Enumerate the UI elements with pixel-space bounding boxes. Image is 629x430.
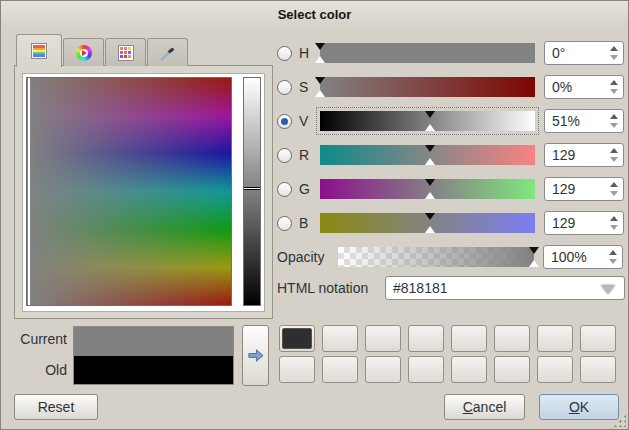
dropdown-arrow-icon[interactable]	[601, 285, 615, 294]
cancel-button[interactable]: Cancel	[444, 394, 525, 420]
slider-marker-bottom[interactable]	[425, 124, 435, 131]
tab-spectrum[interactable]	[16, 34, 62, 67]
slider-marker-bottom[interactable]	[529, 260, 539, 267]
hue-radio[interactable]	[277, 46, 292, 61]
ok-button[interactable]: OK	[539, 394, 619, 420]
palette-slot[interactable]	[451, 356, 487, 383]
palette-slot[interactable]	[322, 356, 358, 383]
spin-arrows[interactable]	[609, 144, 619, 166]
spin-down-icon[interactable]	[610, 191, 618, 196]
square-selection-marker[interactable]	[28, 78, 30, 305]
spin-up-icon[interactable]	[610, 46, 618, 51]
cancel-button-label: Cancel	[463, 399, 507, 415]
spin-up-icon[interactable]	[610, 182, 618, 187]
palette-slot[interactable]	[451, 325, 487, 352]
opacity-slider[interactable]	[338, 247, 534, 267]
spin-arrows[interactable]	[609, 76, 619, 98]
slider-marker-top[interactable]	[425, 179, 435, 186]
spin-down-icon[interactable]	[610, 157, 618, 162]
titlebar[interactable]: Select color	[1, 1, 628, 28]
ok-button-label: OK	[569, 399, 589, 415]
slider-marker-bottom[interactable]	[425, 192, 435, 199]
blue-radio[interactable]	[277, 216, 292, 231]
red-spinbox[interactable]: 129	[544, 143, 624, 167]
slider-marker-top[interactable]	[425, 213, 435, 220]
green-label: G	[299, 181, 315, 197]
saturation-value: 0%	[552, 79, 572, 95]
spin-up-icon[interactable]	[610, 216, 618, 221]
spin-up-icon[interactable]	[609, 250, 617, 255]
value-slider[interactable]	[320, 111, 535, 131]
palette-slot[interactable]	[580, 356, 616, 383]
spin-down-icon[interactable]	[610, 89, 618, 94]
slider-marker-bottom[interactable]	[315, 56, 325, 63]
spin-arrows[interactable]	[608, 246, 618, 268]
spin-down-icon[interactable]	[609, 259, 617, 264]
palette-slot[interactable]	[580, 325, 616, 352]
spin-up-icon[interactable]	[610, 148, 618, 153]
palette-slot[interactable]	[408, 325, 444, 352]
value-bar[interactable]	[243, 77, 261, 306]
slider-marker-top[interactable]	[315, 43, 325, 50]
palette-slot[interactable]	[279, 325, 315, 352]
html-notation-input[interactable]: #818181	[385, 276, 625, 300]
palette-slot[interactable]	[279, 356, 315, 383]
value-bar-marker[interactable]	[244, 187, 260, 190]
green-radio[interactable]	[277, 182, 292, 197]
slider-marker-top[interactable]	[425, 111, 435, 118]
slider-marker-bottom[interactable]	[315, 90, 325, 97]
green-spinbox[interactable]: 129	[544, 177, 624, 201]
spin-up-icon[interactable]	[610, 114, 618, 119]
notebook-body	[14, 65, 273, 319]
slider-marker-top[interactable]	[425, 145, 435, 152]
color-wheel-icon	[76, 45, 92, 61]
value-radio[interactable]	[277, 114, 292, 129]
palette-slot[interactable]	[365, 325, 401, 352]
saturation-spinbox[interactable]: 0%	[544, 75, 624, 99]
palette-slot[interactable]	[494, 325, 530, 352]
tab-color-wheel[interactable]	[63, 38, 104, 66]
spin-down-icon[interactable]	[610, 225, 618, 230]
spin-up-icon[interactable]	[610, 80, 618, 85]
spin-arrows[interactable]	[609, 42, 619, 64]
spin-arrows[interactable]	[609, 178, 619, 200]
tab-color-picker[interactable]	[147, 38, 188, 66]
green-slider[interactable]	[320, 179, 535, 199]
slider-marker-top[interactable]	[315, 77, 325, 84]
red-value: 129	[552, 147, 575, 163]
reset-button[interactable]: Reset	[14, 394, 98, 420]
spin-arrows[interactable]	[609, 110, 619, 132]
tab-palette[interactable]	[105, 38, 146, 66]
red-slider[interactable]	[320, 145, 535, 165]
window-title: Select color	[278, 7, 352, 22]
saturation-slider[interactable]	[320, 77, 535, 97]
slider-marker-bottom[interactable]	[425, 226, 435, 233]
palette-slot[interactable]	[365, 356, 401, 383]
palette-slot[interactable]	[322, 325, 358, 352]
palette-slot[interactable]	[408, 356, 444, 383]
hue-saturation-square[interactable]	[26, 77, 232, 306]
palette-slot[interactable]	[494, 356, 530, 383]
add-to-palette-button[interactable]	[242, 325, 269, 386]
channel-row-value: V 51%	[277, 109, 625, 133]
blue-label: B	[299, 215, 315, 231]
slider-marker-top[interactable]	[529, 247, 539, 254]
hue-slider[interactable]	[320, 43, 535, 63]
hue-label: H	[299, 45, 315, 61]
blue-slider[interactable]	[320, 213, 535, 233]
blue-spinbox[interactable]: 129	[544, 211, 624, 235]
spin-down-icon[interactable]	[610, 123, 618, 128]
palette-slot[interactable]	[537, 356, 573, 383]
value-spinbox[interactable]: 51%	[544, 109, 624, 133]
palette-slot-color	[282, 328, 312, 349]
tab-bar	[16, 34, 189, 66]
spin-down-icon[interactable]	[610, 55, 618, 60]
spin-arrows[interactable]	[609, 212, 619, 234]
palette-slot[interactable]	[537, 325, 573, 352]
custom-palette	[279, 325, 616, 383]
saturation-radio[interactable]	[277, 80, 292, 95]
slider-marker-bottom[interactable]	[425, 158, 435, 165]
opacity-spinbox[interactable]: 100%	[543, 245, 623, 269]
hue-spinbox[interactable]: 0°	[544, 41, 624, 65]
red-radio[interactable]	[277, 148, 292, 163]
